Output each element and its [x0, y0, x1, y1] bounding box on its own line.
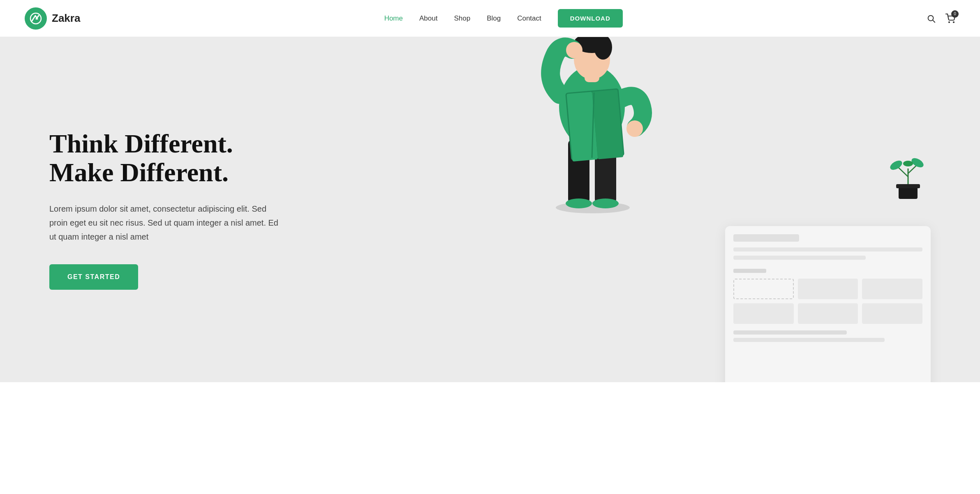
- nav-shop[interactable]: Shop: [454, 14, 470, 23]
- main-nav: Home About Shop Blog Contact DOWNLOAD: [384, 9, 623, 28]
- svg-point-9: [592, 199, 619, 208]
- svg-line-2: [933, 20, 935, 22]
- svg-point-26: [890, 159, 904, 172]
- search-button[interactable]: [927, 14, 936, 23]
- cart-button[interactable]: 0: [945, 14, 955, 23]
- hero-description: Lorem ipsum dolor sit amet, consectetur …: [49, 202, 280, 244]
- logo-text: Zakra: [52, 12, 80, 25]
- svg-line-24: [899, 168, 908, 177]
- nav-about[interactable]: About: [419, 14, 437, 23]
- mockup-grid: [733, 279, 922, 324]
- svg-point-28: [903, 161, 913, 166]
- download-button[interactable]: DOWNLOAD: [558, 9, 623, 28]
- nav-blog[interactable]: Blog: [487, 14, 501, 23]
- svg-line-25: [908, 165, 917, 173]
- nav-contact[interactable]: Contact: [517, 14, 541, 23]
- cart-badge: 0: [951, 10, 959, 18]
- svg-point-16: [626, 120, 643, 137]
- person-illustration: [515, 37, 671, 218]
- logo-icon: [25, 7, 47, 30]
- get-started-button[interactable]: GET STARTED: [49, 264, 138, 290]
- plant-illustration: [890, 156, 927, 201]
- mockup-card: [725, 226, 931, 382]
- logo-area[interactable]: Zakra: [25, 7, 80, 30]
- site-header: Zakra Home About Shop Blog Contact DOWNL…: [0, 0, 980, 37]
- svg-point-4: [953, 22, 954, 23]
- hero-content: Think Different. Make Different. Lorem i…: [49, 129, 494, 290]
- svg-point-8: [566, 199, 592, 208]
- search-icon: [927, 14, 936, 23]
- nav-home[interactable]: Home: [384, 14, 403, 23]
- hero-section: Think Different. Make Different. Lorem i…: [0, 37, 980, 382]
- svg-point-15: [566, 42, 582, 58]
- svg-point-3: [949, 22, 950, 23]
- header-icons: 0: [927, 14, 955, 23]
- hero-title: Think Different. Make Different.: [49, 129, 494, 187]
- mockup-header: [733, 234, 799, 242]
- svg-rect-22: [896, 184, 920, 188]
